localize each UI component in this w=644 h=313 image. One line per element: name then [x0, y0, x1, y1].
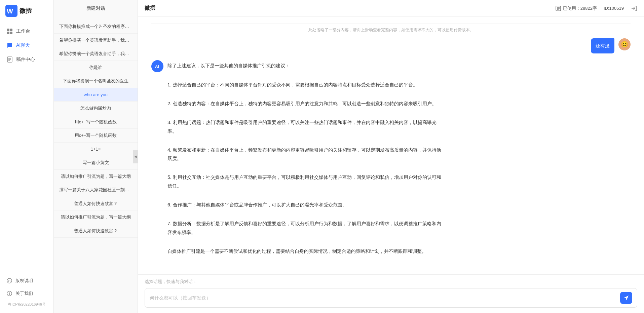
- collapse-btn[interactable]: ◀: [133, 150, 138, 163]
- conv-item[interactable]: 用c++写一个随机函数: [54, 129, 138, 143]
- main-header: 微撰 已使用：28822字 ID:100519: [138, 0, 644, 17]
- conv-header[interactable]: 新建对话: [54, 0, 138, 17]
- info-icon: [7, 291, 12, 296]
- draft-label: 稿件中心: [16, 56, 35, 63]
- user-message-text: 还有没: [596, 43, 610, 48]
- header-right: 已使用：28822字 ID:100519: [556, 5, 637, 12]
- conv-item[interactable]: 希望你扮演一个英语发音助手，我提供给你...: [54, 34, 138, 47]
- chat-input-area: 选择话题，快速与我对话：: [138, 274, 644, 313]
- conv-item[interactable]: 怎么做狗屎炒肉: [54, 102, 138, 115]
- copyright-item[interactable]: C 版权说明: [0, 274, 53, 287]
- icp-text: 粤ICP备2022016946号: [0, 300, 53, 309]
- svg-rect-5: [10, 32, 12, 34]
- conv-item[interactable]: 1+1=: [54, 143, 138, 156]
- svg-rect-2: [7, 29, 9, 31]
- input-row: [145, 288, 637, 308]
- workbench-label: 工作台: [16, 28, 30, 34]
- sidebar-item-workbench[interactable]: 工作台: [0, 24, 53, 38]
- conv-item[interactable]: 你是谁: [54, 61, 138, 75]
- sidebar-bottom: C 版权说明 关于我们 粤ICP备2022016946号: [0, 270, 53, 313]
- svg-text:W: W: [7, 7, 13, 15]
- sidebar-item-ai-chat[interactable]: AI聊天: [0, 38, 53, 52]
- sidebar: W 微撰 工作台 AI聊天 稿件中心: [0, 0, 54, 313]
- copyright-icon: C: [7, 278, 12, 283]
- svg-point-14: [9, 292, 10, 293]
- svg-text:AI: AI: [155, 64, 159, 69]
- conv-item[interactable]: 写一篇小黄文: [54, 156, 138, 170]
- about-item[interactable]: 关于我们: [0, 287, 53, 300]
- user-message-bubble: 还有没: [591, 38, 614, 53]
- copyright-label: 版权说明: [15, 278, 33, 284]
- usage-info: 已使用：28822字: [556, 5, 597, 11]
- user-id: ID:100519: [604, 6, 624, 11]
- main-area: 微撰 已使用：28822字 ID:100519 此处省略了一部分内容，请: [138, 0, 644, 313]
- conv-item[interactable]: 用c++写一个随机函数: [54, 115, 138, 129]
- conv-item[interactable]: 请以如何推广引流为题，写一篇大纲: [54, 170, 138, 184]
- logo-icon: W: [5, 5, 17, 17]
- conv-panel: 新建对话 下面你将模拟成一个叫圣友的程序员，我说...希望你扮演一个英语发音助手…: [54, 0, 138, 313]
- about-label: 关于我们: [15, 290, 33, 297]
- usage-text: 已使用：28822字: [563, 5, 597, 11]
- ai-message-row: AI 除了上述建议，以下是一些其他的自媒体推广引流的建议：1. 选择适合自己的平…: [151, 60, 631, 259]
- ai-chat-label: AI聊天: [16, 42, 30, 48]
- chat-messages: 此处省略了一部分内容，请向上滑动查看完整内容，如使用需求不大的，可以使用付费版本…: [138, 17, 644, 274]
- logo-area: W 微撰: [0, 0, 53, 22]
- conv-item[interactable]: 下面你将模拟成一个叫圣友的程序员，我说...: [54, 20, 138, 34]
- doc-icon: [7, 56, 13, 63]
- conv-item[interactable]: 撰写一篇关于八大家花园社区一刻钟便民生...: [54, 183, 138, 197]
- new-conv-btn[interactable]: 新建对话: [86, 5, 105, 11]
- conv-item[interactable]: 希望你扮演一个英语发音助手，我提供给你...: [54, 47, 138, 61]
- ai-message-bubble: 除了上述建议，以下是一些其他的自媒体推广引流的建议：1. 选择适合自己的平台：不…: [167, 60, 443, 259]
- conv-item[interactable]: 下面你将扮演一个名叫圣友的医生: [54, 74, 138, 88]
- truncated-notice: 此处省略了一部分内容，请向上滑动查看完整内容，如使用需求不大的，可以使用付费版本…: [151, 24, 631, 33]
- main-title: 微撰: [145, 5, 155, 12]
- conv-item[interactable]: 普通人如何快速致富？: [54, 197, 138, 211]
- svg-text:C: C: [8, 279, 11, 283]
- user-avatar: 😊: [618, 38, 631, 50]
- conv-item[interactable]: 请以如何推广引流为题，写一篇大纲: [54, 210, 138, 224]
- chat-icon: [7, 42, 13, 48]
- logo-text: 微撰: [20, 7, 32, 15]
- conv-item[interactable]: 普通人如何快速致富？: [54, 224, 138, 238]
- logout-icon[interactable]: [631, 5, 637, 12]
- grid-icon: [7, 28, 13, 34]
- usage-icon: [556, 6, 561, 11]
- ai-avatar: AI: [151, 60, 163, 72]
- conv-list: 下面你将模拟成一个叫圣友的程序员，我说...希望你扮演一个英语发音助手，我提供给…: [54, 17, 138, 313]
- nav-items: 工作台 AI聊天 稿件中心: [0, 22, 53, 270]
- quick-topics: 选择话题，快速与我对话：: [145, 279, 637, 285]
- svg-rect-4: [7, 32, 9, 34]
- svg-rect-3: [10, 29, 12, 31]
- sidebar-item-draft[interactable]: 稿件中心: [0, 52, 53, 67]
- send-icon: [623, 295, 629, 301]
- user-message-row: 😊 还有没: [151, 38, 631, 53]
- chat-input[interactable]: [150, 295, 617, 301]
- quick-topic-label: 选择话题，快速与我对话：: [145, 279, 197, 285]
- conv-item[interactable]: who are you: [54, 88, 138, 102]
- send-button[interactable]: [620, 292, 632, 304]
